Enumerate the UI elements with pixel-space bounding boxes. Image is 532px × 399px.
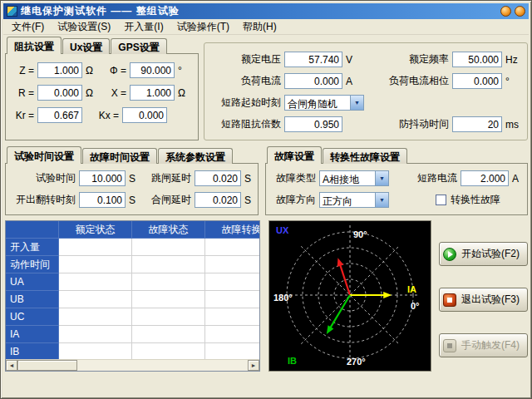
short-impedance-factor-input[interactable] [284, 116, 342, 132]
table-cell[interactable] [59, 256, 132, 273]
phi-input[interactable] [130, 62, 175, 78]
table-cell[interactable] [205, 239, 260, 256]
row-header[interactable]: UA [6, 273, 59, 291]
status-table-header: 额定状态故障状态故障转换 [6, 221, 259, 239]
tab-system-param-settings[interactable]: 系统参数设置 [158, 148, 233, 164]
start-play-icon [443, 248, 456, 261]
phi-label: Φ = [101, 65, 126, 76]
tab-test-time-settings[interactable]: 试验时间设置 [7, 146, 81, 164]
close-button[interactable] [515, 6, 525, 17]
tab-ux-settings[interactable]: Ux设置 [62, 38, 110, 54]
r-input[interactable] [37, 85, 82, 101]
tab-fault-settings[interactable]: 故障设置 [267, 146, 322, 164]
fault-type-combo[interactable]: A相接地 ▼ [319, 170, 389, 186]
rating-panel: 额定电压 V 额定频率 Hz 负荷电流 A 负荷电流相位 ° 短路起始时刻 合闸… [204, 42, 528, 140]
manual-trigger-icon [443, 339, 456, 352]
column-header[interactable]: 额定状态 [59, 221, 132, 239]
close-delay-input[interactable] [195, 192, 241, 208]
row-header[interactable]: UB [6, 291, 59, 308]
load-current-phase-input[interactable] [452, 73, 502, 89]
tab-convertible-fault-settings[interactable]: 转换性故障设置 [323, 148, 407, 164]
fault-type-label: 故障类型 [271, 171, 316, 185]
anti-shake-time-label: 防抖动时间 [372, 117, 449, 131]
row-header[interactable]: 动作时间 [6, 256, 59, 273]
test-time-input[interactable] [79, 170, 126, 186]
fault-direction-combo[interactable]: 正方向 ▼ [319, 192, 389, 208]
rated-frequency-input[interactable] [452, 52, 502, 67]
table-cell[interactable] [205, 273, 260, 291]
kx-input[interactable] [122, 107, 167, 123]
table-cell[interactable] [132, 291, 205, 308]
table-hscrollbar[interactable]: ◄ ► [6, 359, 259, 371]
load-current-phase-unit: ° [505, 76, 520, 87]
anti-shake-time-input[interactable] [452, 116, 502, 132]
table-cell[interactable] [205, 343, 260, 361]
vector-plot: UX90°IA0°180°270°IB [269, 221, 431, 371]
exit-test-button[interactable]: 退出试验(F3) [439, 288, 528, 312]
column-header[interactable]: 故障状态 [132, 221, 205, 239]
row-header[interactable]: IB [6, 343, 59, 361]
tab-gps-settings[interactable]: GPS设置 [111, 38, 166, 54]
menu-file[interactable]: 文件(F) [5, 18, 51, 36]
table-cell[interactable] [205, 326, 260, 343]
scroll-left-icon[interactable]: ◄ [6, 360, 17, 371]
status-table: 额定状态故障状态故障转换 开入量动作时间UAUBUCIAIBIC ◄ ► [5, 220, 260, 372]
short-current-input[interactable] [461, 170, 509, 186]
impedance-tabstrip: 阻抗设置 Ux设置 GPS设置 [5, 37, 168, 54]
row-header[interactable]: UC [6, 308, 59, 326]
table-cell[interactable] [59, 308, 132, 326]
x-input[interactable] [130, 85, 175, 101]
convertible-fault-checkbox[interactable] [436, 195, 446, 205]
table-row: UC [6, 308, 259, 326]
short-circuit-start-combo[interactable]: 合闸角随机 ▼ [284, 95, 364, 111]
menu-test-operation[interactable]: 试验操作(T) [170, 18, 236, 36]
table-cell[interactable] [132, 239, 205, 256]
column-header[interactable]: 故障转换 [205, 221, 260, 239]
tab-impedance-settings[interactable]: 阻抗设置 [7, 37, 62, 54]
table-cell[interactable] [205, 308, 260, 326]
scroll-right-icon[interactable]: ► [248, 360, 259, 371]
chevron-down-icon[interactable]: ▼ [350, 96, 363, 110]
table-cell[interactable] [205, 256, 260, 273]
menu-test-settings[interactable]: 试验设置(S) [51, 18, 117, 36]
time-tabstrip: 试验时间设置 故障时间设置 系统参数设置 [5, 147, 234, 164]
close-delay-unit: S [244, 195, 253, 206]
table-cell[interactable] [132, 308, 205, 326]
table-cell[interactable] [205, 291, 260, 308]
table-cell[interactable] [59, 343, 132, 361]
table-cell[interactable] [59, 239, 132, 256]
rated-voltage-input[interactable] [284, 52, 342, 67]
load-current-input[interactable] [284, 73, 342, 89]
impedance-panel: 阻抗设置 Ux设置 GPS设置 Z = Ω Φ = ° R = Ω X = Ω [5, 37, 199, 140]
diagram-label: 0° [411, 301, 420, 311]
minimize-button[interactable] [500, 6, 511, 17]
kr-input[interactable] [37, 107, 82, 123]
start-test-button[interactable]: 开始试验(F2) [439, 242, 528, 266]
menu-help[interactable]: 帮助(H) [236, 18, 283, 36]
scroll-thumb[interactable] [17, 360, 77, 371]
flip-time-unit: S [129, 195, 135, 206]
tab-fault-time-settings[interactable]: 故障时间设置 [82, 148, 157, 164]
fault-direction-label: 故障方向 [271, 193, 316, 207]
flip-time-input[interactable] [79, 192, 126, 208]
table-cell[interactable] [132, 326, 205, 343]
r-unit: Ω [86, 87, 93, 99]
trip-delay-input[interactable] [195, 170, 241, 186]
chevron-down-icon[interactable]: ▼ [375, 171, 388, 185]
menu-inputs[interactable]: 开入量(I) [117, 18, 170, 36]
table-cell[interactable] [132, 343, 205, 361]
table-row: UB [6, 291, 259, 308]
corner-header[interactable] [6, 221, 59, 239]
table-cell[interactable] [59, 291, 132, 308]
time-panel: 试验时间设置 故障时间设置 系统参数设置 试验时间 S 跳闸延时 S 开出翻转时… [5, 147, 259, 215]
start-test-label: 开始试验(F2) [461, 247, 520, 261]
row-header[interactable]: 开入量 [6, 239, 59, 256]
z-input[interactable] [37, 62, 82, 78]
table-cell[interactable] [132, 273, 205, 291]
chevron-down-icon[interactable]: ▼ [375, 193, 388, 207]
table-cell[interactable] [59, 273, 132, 291]
row-header[interactable]: IA [6, 326, 59, 343]
impedance-panel-body: Z = Ω Φ = ° R = Ω X = Ω Kr = Kx = [5, 53, 199, 140]
table-cell[interactable] [132, 256, 205, 273]
table-cell[interactable] [59, 326, 132, 343]
